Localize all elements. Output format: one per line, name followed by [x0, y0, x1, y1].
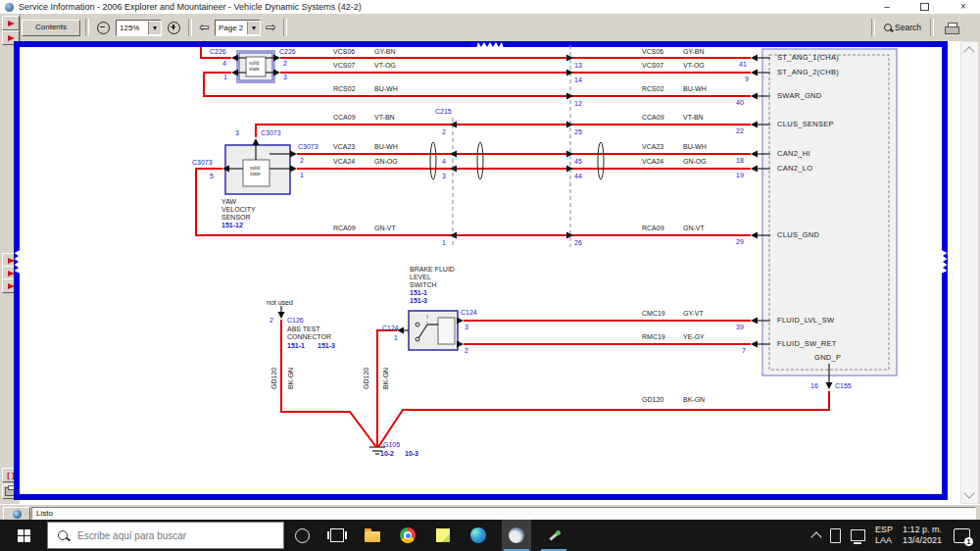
clock[interactable]: 1:12 p. m. 13/4/2021: [903, 525, 942, 547]
cortana-button[interactable]: [284, 520, 319, 551]
date-text: 13/4/2021: [903, 535, 942, 546]
search-icon: [884, 24, 892, 31]
scroll-down-icon[interactable]: [963, 487, 974, 498]
search-button[interactable]: Search: [884, 23, 921, 32]
edge-icon: [470, 527, 486, 543]
search-label: Search: [895, 23, 921, 32]
start-button[interactable]: [0, 520, 47, 551]
toolbar-separator: [188, 19, 192, 36]
folder-icon: [365, 531, 380, 542]
toolbar-separator: [871, 19, 875, 36]
zoom-value: 125%: [117, 24, 148, 32]
red-arrow-icon: [8, 35, 15, 41]
task-view-button[interactable]: [319, 520, 355, 551]
window-title: Service Information - 2006 Explorer and …: [19, 2, 362, 12]
zoom-out-icon[interactable]: [97, 22, 110, 34]
toolbar-separator: [85, 19, 89, 36]
status-globe-button[interactable]: [3, 507, 30, 521]
maximize-button[interactable]: [913, 0, 935, 14]
notification-badge: 1: [964, 537, 973, 546]
sticky-notes-icon: [436, 528, 450, 542]
page-select[interactable]: Page 2 ▼: [215, 20, 261, 36]
tools-app-button[interactable]: [539, 520, 568, 551]
zoom-in-icon[interactable]: [168, 22, 180, 34]
chrome-button[interactable]: [390, 520, 425, 551]
tray-network-icon[interactable]: [851, 529, 865, 541]
minimize-button[interactable]: –: [876, 0, 898, 14]
page-value: Page 2: [216, 24, 247, 32]
screen: { "window": { "title": "Service Informat…: [0, 0, 980, 551]
diagram-page-border: [14, 41, 948, 500]
windows-logo-icon: [18, 529, 30, 542]
cortana-icon: [295, 528, 310, 543]
toolbar-separator: [283, 19, 287, 36]
service-information-app-button[interactable]: [502, 520, 531, 551]
chevron-down-icon[interactable]: ▼: [148, 22, 161, 34]
action-center-button[interactable]: 1: [954, 528, 970, 543]
service-information-icon: [509, 527, 524, 543]
status-text: Listo: [31, 507, 976, 520]
close-button[interactable]: ×: [953, 0, 974, 14]
toolbar: Contents 125% ▼ ⇦ Page 2 ▼ ⇨ Search: [20, 14, 980, 41]
zoom-select[interactable]: 125% ▼: [116, 20, 162, 36]
globe-icon: [13, 510, 22, 519]
language-indicator[interactable]: ESP LAA: [875, 525, 893, 547]
language-code: ESP: [875, 525, 893, 535]
toolbar-separator: [930, 19, 934, 36]
scroll-up-icon[interactable]: [963, 46, 974, 57]
print-icon[interactable]: [945, 23, 958, 33]
taskbar-search-input[interactable]: [75, 529, 266, 542]
red-arrow-button[interactable]: [2, 16, 20, 30]
next-page-icon[interactable]: ⇨: [266, 21, 276, 34]
previous-page-icon[interactable]: ⇦: [199, 21, 210, 34]
task-view-icon: [330, 528, 344, 542]
system-tray: ESP LAA 1:12 p. m. 13/4/2021 1: [812, 520, 980, 551]
vertical-scrollbar[interactable]: [960, 41, 979, 504]
wrench-icon: [548, 529, 561, 542]
keyboard-code: LAA: [875, 535, 893, 546]
chrome-icon: [400, 527, 416, 543]
restore-icon: [920, 3, 929, 11]
taskbar-search-box[interactable]: [47, 522, 284, 549]
app-icon: [5, 3, 14, 12]
time-text: 1:12 p. m.: [903, 525, 942, 535]
red-arrow-icon: [8, 21, 15, 26]
edge-button[interactable]: [461, 520, 496, 551]
contents-button[interactable]: Contents: [22, 20, 80, 36]
search-icon: [58, 530, 68, 540]
status-bar: Listo: [0, 504, 980, 521]
title-bar: Service Information - 2006 Explorer and …: [0, 0, 980, 15]
chevron-down-icon[interactable]: ▼: [247, 22, 260, 34]
sticky-notes-button[interactable]: [425, 520, 461, 551]
tray-expand-icon[interactable]: [810, 531, 821, 542]
tray-device-icon[interactable]: [830, 528, 841, 543]
file-explorer-button[interactable]: [355, 520, 390, 551]
